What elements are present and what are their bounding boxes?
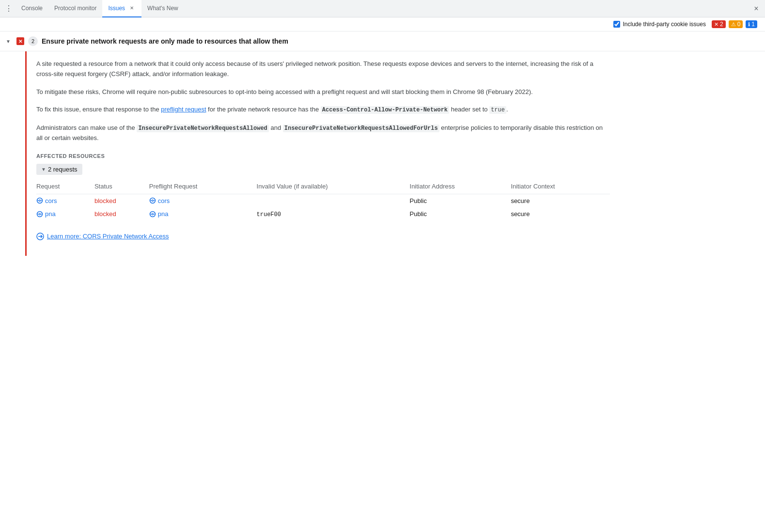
initiator-context-cors: secure <box>511 194 610 207</box>
para3-suffix: header set to <box>449 106 489 113</box>
tab-bar: ⋮ Console Protocol monitor Issues ✕ What… <box>0 0 765 17</box>
preflight-cors-link[interactable]: cors <box>149 197 251 204</box>
learn-more-arrow-icon <box>36 233 44 240</box>
preflight-cors-label: cors <box>158 197 170 204</box>
tab-protocol-monitor[interactable]: Protocol monitor <box>48 0 102 17</box>
request-cors-link-cell: cors <box>36 194 94 207</box>
col-header-invalid-value: Invalid Value (if available) <box>257 181 410 194</box>
initiator-context-pna: secure <box>511 207 610 221</box>
issue-body: A site requested a resource from a netwo… <box>0 51 765 256</box>
request-cors-link[interactable]: cors <box>36 197 89 204</box>
tab-whats-new[interactable]: What's New <box>141 0 184 17</box>
issue-badge-group: ✕ 2 ⚠ 0 ℹ 1 <box>712 20 757 28</box>
main-content: ▼ ✕ 2 Ensure private network requests ar… <box>0 31 765 529</box>
requests-toggle-button[interactable]: ▼ 2 requests <box>36 164 82 175</box>
toolbar-row: Include third-party cookie issues ✕ 2 ⚠ … <box>0 17 765 31</box>
issue-para-3: To fix this issue, ensure that response … <box>36 105 610 115</box>
para3-end: . <box>506 106 508 113</box>
affected-resources-section: AFFECTED RESOURCES ▼ 2 requests Request … <box>36 153 610 221</box>
requests-table-header-row: Request Status Preflight Request Invalid… <box>36 181 610 194</box>
preflight-pna-cell: pna <box>149 207 257 221</box>
para3-prefix: To fix this issue, ensure that response … <box>36 106 161 113</box>
preflight-cors-icon <box>149 197 156 204</box>
request-cors-label: cors <box>45 197 57 204</box>
third-party-label-text: Include third-party cookie issues <box>623 21 706 28</box>
request-cors-icon <box>36 197 43 204</box>
learn-more-label: Learn more: CORS Private Network Access <box>47 233 169 240</box>
request-pna-status: blocked <box>94 207 149 221</box>
col-header-preflight: Preflight Request <box>149 181 257 194</box>
initiator-address-cors: Public <box>410 194 511 207</box>
col-header-request: Request <box>36 181 94 194</box>
initiator-address-pna: Public <box>410 207 511 221</box>
learn-more-link[interactable]: Learn more: CORS Private Network Access <box>36 233 610 240</box>
insecure-policy-code1: InsecurePrivateNetworkRequestsAllowed <box>137 125 268 132</box>
invalid-value-pna-text: trueF00 <box>257 211 281 218</box>
status-blocked-badge-2: blocked <box>94 210 116 218</box>
tab-issues-label: Issues <box>108 5 125 12</box>
tab-whats-new-label: What's New <box>147 5 178 12</box>
issue-body-content: A site requested a resource from a netwo… <box>36 51 618 256</box>
col-header-initiator-address: Initiator Address <box>410 181 511 194</box>
requests-table-header: Request Status Preflight Request Invalid… <box>36 181 610 194</box>
devtools-menu-button[interactable]: ⋮ <box>2 2 16 16</box>
third-party-checkbox-label[interactable]: Include third-party cookie issues <box>613 21 706 28</box>
close-panel-icon: × <box>754 4 758 13</box>
tab-console-label: Console <box>21 5 43 12</box>
request-cors-status: blocked <box>94 194 149 207</box>
request-pna-label: pna <box>45 210 56 218</box>
invalid-value-cors <box>257 194 410 207</box>
info-badge: ℹ 1 <box>746 20 757 28</box>
warning-badge-count: 0 <box>737 21 741 28</box>
issue-para-1: A site requested a resource from a netwo… <box>36 59 610 79</box>
access-control-code: Access-Control-Allow-Private-Network <box>321 106 449 114</box>
requests-table: Request Status Preflight Request Invalid… <box>36 181 610 221</box>
requests-toggle-label: 2 requests <box>48 166 78 173</box>
col-header-initiator-context: Initiator Context <box>511 181 610 194</box>
table-row: pna blocked <box>36 207 610 221</box>
issue-body-left-bar <box>25 51 27 256</box>
preflight-pna-link[interactable]: pna <box>149 210 251 218</box>
request-pna-icon <box>36 211 43 218</box>
preflight-cors-cell: cors <box>149 194 257 207</box>
issue-error-icon: ✕ <box>16 37 24 45</box>
preflight-pna-label: pna <box>158 210 169 218</box>
error-badge: ✕ 2 <box>712 20 726 28</box>
info-badge-count: 1 <box>751 21 755 28</box>
issue-header-row[interactable]: ▼ ✕ 2 Ensure private network requests ar… <box>0 31 765 51</box>
table-row: cors blocked <box>36 194 610 207</box>
close-panel-button[interactable]: × <box>749 2 763 16</box>
third-party-checkbox[interactable] <box>613 21 620 28</box>
error-badge-count: 2 <box>720 21 723 28</box>
affected-resources-label: AFFECTED RESOURCES <box>36 153 610 159</box>
request-pna-link-cell: pna <box>36 207 94 221</box>
tab-protocol-monitor-label: Protocol monitor <box>54 5 96 12</box>
dots-icon: ⋮ <box>5 4 13 13</box>
issue-para-4: Administrators can make use of the Insec… <box>36 123 610 143</box>
issue-title: Ensure private network requests are only… <box>42 37 759 45</box>
info-badge-icon: ℹ <box>748 21 750 28</box>
preflight-pna-icon <box>149 211 156 218</box>
learn-more-section: Learn more: CORS Private Network Access <box>36 233 610 248</box>
requests-table-body: cors blocked <box>36 194 610 221</box>
request-pna-link[interactable]: pna <box>36 210 89 218</box>
true-code: true <box>489 106 506 114</box>
invalid-value-pna: trueF00 <box>257 207 410 221</box>
col-header-status: Status <box>94 181 149 194</box>
issue-count-badge: 2 <box>28 36 38 46</box>
status-blocked-badge: blocked <box>94 197 116 204</box>
error-badge-icon: ✕ <box>714 21 718 28</box>
insecure-policy-code2: InsecurePrivateNetworkRequestsAllowedFor… <box>283 125 439 132</box>
warning-badge-icon: ⚠ <box>731 21 736 28</box>
issue-para-2: To mitigate these risks, Chrome will req… <box>36 87 610 97</box>
para3-mid: for the private network resource has the <box>206 106 321 113</box>
tab-issues[interactable]: Issues ✕ <box>102 0 141 17</box>
issue-chevron-icon: ▼ <box>6 39 13 44</box>
requests-toggle-chevron: ▼ <box>41 167 46 172</box>
para4-prefix: Administrators can make use of the <box>36 124 137 131</box>
tab-console[interactable]: Console <box>16 0 48 17</box>
warning-badge: ⚠ 0 <box>729 20 743 28</box>
para4-mid: and <box>269 124 283 131</box>
preflight-request-link[interactable]: preflight request <box>161 106 206 113</box>
tab-issues-close[interactable]: ✕ <box>128 4 136 12</box>
